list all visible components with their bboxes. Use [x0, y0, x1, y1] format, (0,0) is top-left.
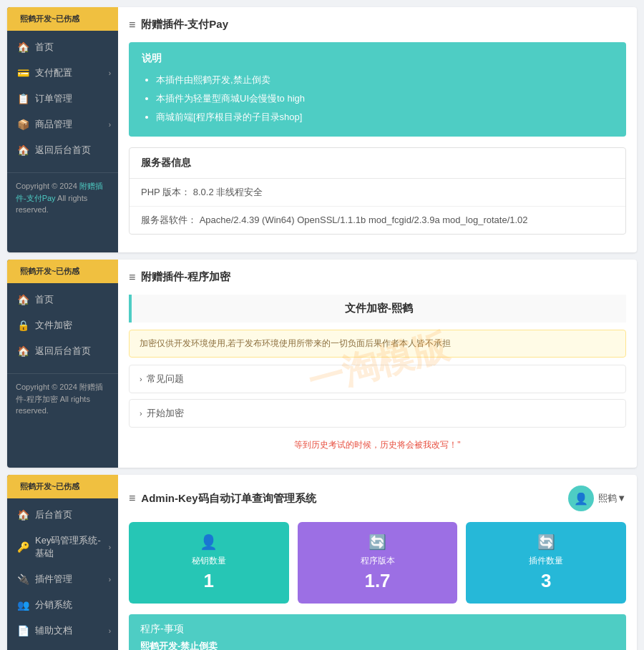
info-item-2: 本插件为轻量型商城UI会慢慢to high — [156, 89, 613, 108]
sidebar-label: 文件加密 — [35, 319, 72, 332]
home-icon-2: 🏠 — [17, 294, 29, 305]
info-item-3: 商城前端[程序根目录的子目录shop] — [156, 108, 613, 127]
orders-icon: 📋 — [17, 93, 29, 104]
server-software-row: 服务器软件： Apache/2.4.39 (Win64) OpenSSL/1.1… — [130, 207, 625, 234]
stat-label-version: 程序版本 — [306, 555, 449, 567]
stat-card-version: 🔄 程序版本 1.7 — [298, 522, 458, 604]
collapsible-encrypt-header[interactable]: › 开始加密 — [130, 400, 625, 427]
page-title-3: ≡ Admin-Key码自动订单查询管理系统 — [129, 492, 316, 506]
brand-badge-1: 熙鹤开发~已伤感 — [14, 11, 85, 26]
panel3-header: ≡ Admin-Key码自动订单查询管理系统 👤 熙鹤▼ — [129, 486, 626, 511]
sidebar-item-backend[interactable]: 🏠 后台首页 — [7, 502, 118, 528]
highlight-text: 等到历史考试的时候，历史将会被我改写！" — [129, 433, 626, 457]
version-stat-icon: 🔄 — [306, 533, 449, 551]
info-item-1: 本插件由熙鹤开发,禁止倒卖 — [156, 71, 613, 89]
server-box-title: 服务器信息 — [130, 148, 625, 179]
chevron-right-icon-faq: › — [140, 375, 142, 383]
docs-icon: 📄 — [17, 625, 29, 636]
php-version-row: PHP 版本： 8.0.2 非线程安全 — [130, 179, 625, 207]
plugin-stat-icon: 🔄 — [474, 533, 618, 551]
chevron-right-icon-enc: › — [140, 409, 142, 418]
notice-title: 程序-事项 — [140, 623, 615, 636]
sidebar-label: 返回后台首页 — [35, 144, 91, 157]
collapsible-faq-header[interactable]: › 常见问题 — [130, 365, 625, 393]
menu-icon-3: ≡ — [129, 492, 135, 505]
sidebar-footer-2: Copyright © 2024 附赠插件-程序加密 All rights re… — [7, 373, 118, 424]
collapsible-encrypt: › 开始加密 — [129, 399, 626, 428]
menu-icon-2: ≡ — [129, 271, 135, 284]
sidebar-header-1: 熙鹤开发~已伤感 — [7, 7, 118, 31]
sidebar-encrypt: 熙鹤开发~已伤感 🏠 首页 🔒 文件加密 🏠 返回后台首页 Copyright … — [7, 260, 118, 468]
sidebar-item-back-2[interactable]: 🏠 返回后台首页 — [7, 338, 118, 364]
page-title-2: ≡ 附赠插件-程序加密 — [129, 270, 626, 284]
user-stat-icon: 👤 — [137, 533, 280, 551]
sidebar-key: 熙鹤开发~已伤感 🏠 后台首页 🔑 Key码管理系统-基础 › 🔌 插件管理 ›… — [7, 475, 118, 650]
sidebar-item-plugins[interactable]: 🔌 插件管理 › — [7, 566, 118, 592]
panel-payment: 熙鹤开发~已伤感 🏠 首页 💳 支付配置 › 📋 订单管理 📦 商品管理 › — [7, 7, 637, 252]
chevron-right-icon-2: › — [109, 121, 111, 129]
goods-icon: 📦 — [17, 119, 29, 130]
sidebar-label: 订单管理 — [35, 92, 72, 105]
main-content-3: ≡ Admin-Key码自动订单查询管理系统 👤 熙鹤▼ 👤 秘钥数量 1 🔄 … — [118, 475, 637, 650]
sidebar-item-home-2[interactable]: 🏠 首页 — [7, 287, 118, 312]
stat-label-keys: 秘钥数量 — [137, 555, 280, 567]
back-icon-2: 🏠 — [17, 345, 29, 357]
sidebar-label: 插件管理 — [35, 573, 72, 586]
collapsible-encrypt-label: 开始加密 — [147, 407, 184, 420]
main-content-1: ≡ 附赠插件-支付Pay 说明 本插件由熙鹤开发,禁止倒卖 本插件为轻量型商城U… — [118, 7, 637, 252]
panel-key: 熙鹤开发~已伤感 🏠 后台首页 🔑 Key码管理系统-基础 › 🔌 插件管理 ›… — [7, 475, 637, 650]
chevron-right-icon: › — [109, 69, 111, 77]
menu-icon-1: ≡ — [129, 19, 135, 31]
sidebar-label: 首页 — [35, 41, 54, 54]
sidebar-nav-1: 🏠 首页 💳 支付配置 › 📋 订单管理 📦 商品管理 › 🏠 返回后台首页 — [7, 31, 118, 167]
sidebar-nav-3: 🏠 后台首页 🔑 Key码管理系统-基础 › 🔌 插件管理 › 👥 分销系统 📄… — [7, 498, 118, 650]
stat-card-keys: 👤 秘钥数量 1 — [129, 522, 289, 604]
sidebar-header-2: 熙鹤开发~已伤感 — [7, 260, 118, 283]
sidebar-payment: 熙鹤开发~已伤感 🏠 首页 💳 支付配置 › 📋 订单管理 📦 商品管理 › — [7, 7, 118, 252]
sidebar-item-home-1[interactable]: 🏠 首页 — [7, 34, 118, 60]
encrypt-title-box: 文件加密-熙鹤 — [129, 295, 626, 322]
user-menu[interactable]: 👤 熙鹤▼ — [568, 486, 626, 511]
sidebar-item-docs[interactable]: 📄 辅助文档 › — [7, 618, 118, 644]
brand-badge-3: 熙鹤开发~已伤感 — [14, 479, 85, 494]
sidebar-item-file-encrypt[interactable]: 🔒 文件加密 — [7, 312, 118, 338]
chevron-right-icon-doc: › — [109, 627, 111, 635]
back-icon-1: 🏠 — [17, 144, 29, 156]
stat-value-keys: 1 — [137, 570, 280, 592]
backend-icon: 🏠 — [17, 509, 29, 521]
info-box-1: 说明 本插件由熙鹤开发,禁止倒卖 本插件为轻量型商城UI会慢慢to high 商… — [129, 42, 626, 137]
sidebar-label: 分销系统 — [35, 599, 72, 611]
sidebar-item-back-1[interactable]: 🏠 返回后台首页 — [7, 137, 118, 163]
stats-row: 👤 秘钥数量 1 🔄 程序版本 1.7 🔄 插件数量 3 — [129, 522, 626, 604]
panel-encrypt: 熙鹤开发~已伤感 🏠 首页 🔒 文件加密 🏠 返回后台首页 Copyright … — [7, 260, 637, 468]
collapsible-faq: › 常见问题 — [129, 365, 626, 393]
payment-icon: 💳 — [17, 67, 29, 79]
sidebar-item-payment[interactable]: 💳 支付配置 › — [7, 60, 118, 86]
sidebar-item-goods[interactable]: 📦 商品管理 › — [7, 112, 118, 137]
collapsible-faq-label: 常见问题 — [147, 373, 184, 385]
sidebar-footer-1: Copyright © 2024 附赠插件-支付Pay All rights r… — [7, 172, 118, 223]
sidebar-item-orders[interactable]: 📋 订单管理 — [7, 86, 118, 112]
chevron-right-icon-key: › — [109, 543, 111, 551]
sidebar-nav-2: 🏠 首页 🔒 文件加密 🏠 返回后台首页 — [7, 283, 118, 368]
home-icon-1: 🏠 — [17, 41, 29, 53]
sidebar-label: 后台首页 — [35, 508, 72, 521]
sidebar-label: 支付配置 — [35, 67, 72, 79]
sidebar-item-update[interactable]: 🔄 版本更新 — [7, 644, 118, 650]
sidebar-label: 商品管理 — [35, 118, 72, 131]
lock-icon: 🔒 — [17, 320, 29, 331]
sidebar-item-key-mgmt[interactable]: 🔑 Key码管理系统-基础 › — [7, 528, 118, 566]
stat-label-plugins: 插件数量 — [474, 555, 618, 567]
distribution-icon: 👥 — [17, 599, 29, 611]
user-name: 熙鹤▼ — [598, 492, 626, 505]
plugin-icon: 🔌 — [17, 573, 29, 585]
notice-content: 熙鹤开发-禁止倒卖 — [140, 640, 615, 650]
sidebar-item-distribution[interactable]: 👥 分销系统 — [7, 592, 118, 618]
main-content-2: 一淘模版 ≡ 附赠插件-程序加密 文件加密-熙鹤 加密仅供开发环境使用,若于发布… — [118, 260, 637, 468]
server-info-box: 服务器信息 PHP 版本： 8.0.2 非线程安全 服务器软件： Apache/… — [129, 147, 626, 235]
encrypt-section: 文件加密-熙鹤 加密仅供开发环境使用,若于发布环境使用所带来的一切负面后果作者本… — [129, 295, 626, 457]
sidebar-label: 首页 — [35, 293, 54, 306]
info-title: 说明 — [142, 52, 613, 65]
warning-box: 加密仅供开发环境使用,若于发布环境使用所带来的一切负面后果作者本人皆不承担 — [129, 330, 626, 358]
sidebar-label: Key码管理系统-基础 — [35, 534, 108, 560]
